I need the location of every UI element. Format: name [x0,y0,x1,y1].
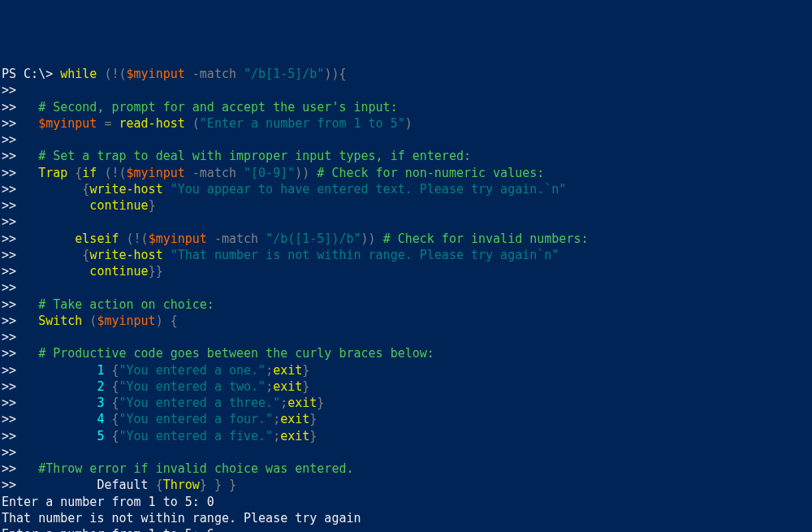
code-token: } [309,429,317,443]
code-token: { [104,396,119,410]
code-token: } [302,379,309,394]
code-token: -match [207,231,266,246]
code-token: "You entered a four." [119,412,274,426]
code-token: ; [266,363,273,378]
terminal-line: >> {write-host "You appear to have enter… [2,181,810,197]
code-token: } } } [200,478,236,492]
code-token: ) [405,116,412,131]
code-token: # Take action on choice: [38,297,214,312]
powershell-terminal[interactable]: PS C:\> while (!($myinput -match "/b[1-5… [0,66,812,532]
code-token: { [156,478,163,492]
code-token [24,412,97,426]
code-token: # Set a trap to deal with improper input… [38,149,471,163]
code-token: exit [273,363,302,378]
terminal-line: >> Default {Throw} } } [2,477,810,493]
code-token: )){ [324,67,346,81]
continuation-prompt: >> [2,248,24,262]
code-token: { [67,166,82,180]
continuation-prompt: >> [2,198,24,213]
continuation-prompt: >> [2,412,24,426]
code-token: ) { [156,314,178,328]
code-token: ; [266,379,273,394]
terminal-line: Enter a number from 1 to 5: 0 [2,494,810,510]
code-token: exit [280,412,309,426]
code-token: -match [185,166,244,180]
code-token: "/b([1-5])/b" [266,231,361,246]
continuation-prompt: >> [2,132,24,147]
code-token [24,396,97,410]
code-token: # Check for non-numeric values: [317,166,544,180]
code-token: That number is not within range. Please … [2,511,361,526]
code-token: exit [273,379,302,394]
code-token: Throw [163,478,200,492]
code-token: #Throw error if invalid choice was enter… [38,461,353,476]
code-token: elseif [24,231,119,246]
continuation-prompt: >> [2,149,24,163]
code-token: continue [24,198,149,213]
terminal-line: >> 1 {"You entered a one.";exit} [2,362,810,378]
code-token [24,100,38,115]
code-token: "Enter a number from 1 to 5" [200,116,405,131]
terminal-line: >> [2,214,810,230]
prompt: PS C:\> [2,67,60,81]
continuation-prompt: >> [2,396,24,410]
continuation-prompt: >> [2,116,24,131]
continuation-prompt: >> [2,83,24,97]
code-token: "That number is not within range. Please… [163,248,559,262]
code-token: )) [295,166,317,180]
code-token: write-host [89,182,162,197]
terminal-line: >> [2,279,810,296]
code-token: while [60,67,97,81]
code-token: (!( [97,67,126,81]
terminal-line: >> [2,132,810,148]
code-token: $myinput [127,166,185,180]
code-token: read-host [119,116,185,131]
terminal-line: >> #Throw error if invalid choice was en… [2,461,810,477]
continuation-prompt: >> [2,429,24,443]
code-token: write-host [89,248,162,262]
code-token: )) [361,231,383,246]
terminal-line: >> elseif (!($myinput -match "/b([1-5])/… [2,231,810,247]
code-token: Enter a number from 1 to 5: 0 [2,495,214,509]
code-token: ( [82,314,97,328]
code-token: $myinput [97,314,155,328]
terminal-line: >> continue}} [2,263,810,279]
code-token: exit [280,429,309,443]
code-token: } [317,396,324,410]
terminal-line: >> [2,444,810,461]
code-token: ; [280,396,287,410]
code-token [24,166,38,180]
code-token: { [104,429,119,443]
code-token [24,116,38,131]
code-token: { [104,412,119,426]
code-token: } [149,198,156,213]
terminal-line: >> Trap {if (!($myinput -match "[0-9]"))… [2,165,810,181]
code-token: if [82,166,97,180]
continuation-prompt: >> [2,314,24,328]
code-token: "[0-9]" [244,166,295,180]
terminal-line: >> Switch ($myinput) { [2,313,810,329]
code-token: $myinput [127,67,185,81]
code-token: "You entered a one." [119,363,266,378]
code-token [24,314,38,328]
continuation-prompt: >> [2,264,24,279]
code-token: ; [273,429,280,443]
terminal-line: PS C:\> while (!($myinput -match "/b[1-5… [2,66,810,82]
continuation-prompt: >> [2,280,24,295]
code-token: continue [24,264,149,279]
code-token: "You entered a three." [119,396,281,410]
continuation-prompt: >> [2,379,24,394]
code-token [24,297,38,312]
terminal-line: >> # Second, prompt for and accept the u… [2,99,810,115]
code-token: "You entered a two." [119,379,266,394]
terminal-line: >> 2 {"You entered a two.";exit} [2,378,810,395]
terminal-line: >> # Productive code goes between the cu… [2,345,810,361]
terminal-line: >> [2,329,810,345]
continuation-prompt: >> [2,330,24,344]
terminal-line: >> {write-host "That number is not withi… [2,247,810,263]
code-token [24,346,38,361]
code-token: = [97,116,119,131]
code-token: ; [273,412,280,426]
terminal-line: >> continue} [2,197,810,214]
code-token: $myinput [38,116,97,131]
